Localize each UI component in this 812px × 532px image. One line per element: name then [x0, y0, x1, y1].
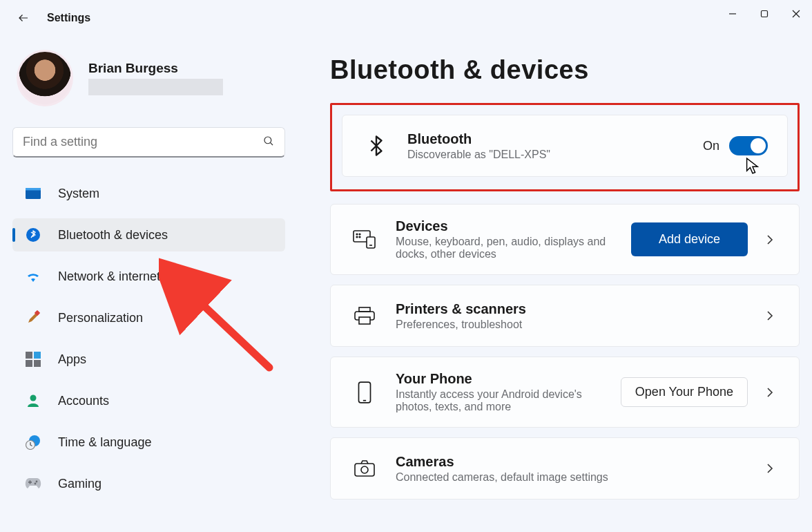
- display-icon: [25, 185, 41, 202]
- svg-rect-10: [26, 352, 32, 359]
- nav-list: System Bluetooth & devices Network & int…: [12, 177, 286, 500]
- your-phone-card[interactable]: Your Phone Instantly access your Android…: [330, 357, 800, 428]
- sidebar-item-label: Apps: [58, 352, 86, 367]
- search-box[interactable]: [12, 127, 285, 158]
- sidebar-item-apps[interactable]: Apps: [12, 343, 285, 376]
- svg-rect-20: [30, 480, 31, 484]
- search-input[interactable]: [23, 135, 262, 149]
- sidebar-item-accounts[interactable]: Accounts: [12, 384, 285, 417]
- sidebar: Brian Burgess System Bluetooth & devices: [0, 36, 298, 532]
- avatar: [17, 50, 73, 106]
- main-content: Bluetooth & devices Bluetooth Discoverab…: [298, 36, 812, 532]
- sidebar-item-label: Bluetooth & devices: [58, 228, 168, 243]
- svg-rect-7: [26, 188, 41, 191]
- sidebar-item-label: Network & internet: [58, 269, 160, 284]
- camera-icon: [350, 459, 379, 478]
- svg-line-5: [270, 142, 273, 145]
- apps-icon: [25, 351, 41, 368]
- card-subtitle: Connected cameras, default image setting…: [396, 471, 760, 484]
- svg-point-34: [361, 466, 368, 473]
- sidebar-item-label: Accounts: [58, 394, 109, 408]
- toggle-label: On: [703, 139, 719, 153]
- sidebar-item-label: System: [58, 187, 99, 201]
- bluetooth-card[interactable]: Bluetooth Discoverable as "DELL-XPS" On: [342, 115, 788, 177]
- card-subtitle: Mouse, keyboard, pen, audio, displays an…: [396, 236, 624, 260]
- svg-rect-29: [359, 307, 370, 312]
- svg-point-17: [36, 481, 38, 483]
- svg-point-18: [35, 483, 37, 485]
- bluetooth-icon: [25, 227, 41, 243]
- svg-point-25: [359, 236, 360, 238]
- chevron-right-icon: [760, 310, 780, 321]
- clock-globe-icon: [25, 434, 41, 450]
- chevron-right-icon: [760, 463, 780, 474]
- card-subtitle: Instantly access your Android device's p…: [396, 388, 621, 413]
- devices-icon: [350, 229, 379, 250]
- card-title: Printers & scanners: [396, 301, 760, 317]
- chevron-right-icon: [760, 234, 780, 245]
- cameras-card[interactable]: Cameras Connected cameras, default image…: [330, 437, 800, 500]
- add-device-button[interactable]: Add device: [631, 222, 748, 256]
- svg-rect-31: [359, 382, 371, 403]
- card-title: Bluetooth: [407, 131, 703, 147]
- minimize-button[interactable]: [717, 0, 748, 28]
- wifi-icon: [25, 268, 41, 285]
- sidebar-item-system[interactable]: System: [12, 177, 285, 210]
- card-title: Devices: [396, 218, 631, 234]
- search-icon: [262, 135, 275, 150]
- printer-icon: [350, 305, 379, 326]
- svg-point-23: [359, 234, 360, 235]
- sidebar-item-label: Personalization: [58, 311, 143, 325]
- svg-point-14: [30, 395, 37, 401]
- page-title: Bluetooth & devices: [330, 55, 800, 85]
- card-subtitle: Preferences, troubleshoot: [396, 319, 760, 331]
- sidebar-item-bluetooth-devices[interactable]: Bluetooth & devices: [12, 218, 285, 251]
- gamepad-icon: [25, 475, 41, 492]
- app-title: Settings: [47, 12, 90, 24]
- sidebar-item-network-internet[interactable]: Network & internet: [12, 260, 285, 293]
- profile-email-redacted: [88, 79, 223, 95]
- profile-section[interactable]: Brian Burgess: [17, 50, 286, 106]
- titlebar: Settings: [0, 0, 812, 36]
- window-controls: [717, 0, 812, 28]
- printers-scanners-card[interactable]: Printers & scanners Preferences, trouble…: [330, 285, 800, 347]
- sidebar-item-personalization[interactable]: Personalization: [12, 301, 285, 334]
- svg-rect-11: [34, 352, 41, 359]
- close-button[interactable]: [780, 0, 812, 28]
- bluetooth-toggle[interactable]: [729, 136, 768, 155]
- svg-point-24: [356, 236, 358, 238]
- card-title: Your Phone: [396, 371, 621, 387]
- svg-rect-12: [26, 360, 32, 367]
- svg-point-22: [356, 234, 358, 235]
- devices-card[interactable]: Devices Mouse, keyboard, pen, audio, dis…: [330, 204, 800, 275]
- sidebar-item-label: Time & language: [58, 435, 151, 450]
- svg-rect-1: [762, 11, 768, 17]
- card-subtitle: Discoverable as "DELL-XPS": [407, 149, 703, 161]
- open-your-phone-button[interactable]: Open Your Phone: [621, 377, 748, 407]
- svg-rect-30: [359, 317, 370, 324]
- card-title: Cameras: [396, 454, 760, 470]
- svg-point-4: [264, 137, 271, 144]
- bluetooth-icon: [362, 133, 391, 158]
- sidebar-item-gaming[interactable]: Gaming: [12, 467, 285, 500]
- profile-name: Brian Burgess: [88, 61, 223, 76]
- paintbrush-icon: [25, 310, 41, 326]
- svg-rect-33: [355, 464, 374, 476]
- chevron-right-icon: [760, 387, 780, 398]
- back-button[interactable]: [12, 7, 35, 29]
- annotation-highlight-box: Bluetooth Discoverable as "DELL-XPS" On: [330, 103, 800, 191]
- phone-icon: [350, 381, 379, 404]
- svg-rect-13: [34, 360, 41, 367]
- sidebar-item-label: Gaming: [58, 477, 102, 491]
- svg-rect-26: [367, 237, 375, 248]
- sidebar-item-time-language[interactable]: Time & language: [12, 426, 285, 459]
- bluetooth-toggle-row: On: [703, 136, 768, 155]
- maximize-button[interactable]: [748, 0, 780, 28]
- person-icon: [25, 392, 41, 409]
